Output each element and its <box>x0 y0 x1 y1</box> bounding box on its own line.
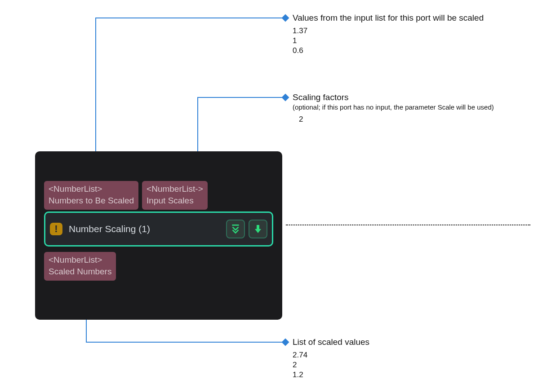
annotation-title: List of scaled values <box>293 337 369 348</box>
port-name-label: Input Scales <box>147 195 203 207</box>
value-item: 2.74 <box>293 350 369 360</box>
annotation-values: 2.74 2 1.2 <box>293 350 369 380</box>
value-item: 2 <box>299 115 494 124</box>
annotation-input-values: Values from the input list for this port… <box>293 13 484 56</box>
divider-dotted <box>286 225 530 225</box>
node-body[interactable]: ! Number Scaling (1) <box>44 211 273 247</box>
annotation-scaling-factors: Scaling factors (optional; if this port … <box>293 92 494 124</box>
annotation-subtitle: (optional; if this port has no input, th… <box>293 103 494 112</box>
value-item: 1 <box>293 36 484 46</box>
value-item: 1.2 <box>293 370 369 380</box>
svg-rect-1 <box>257 225 259 229</box>
input-ports-row: <NumberList> Numbers to Be Scaled <Numbe… <box>44 181 208 210</box>
output-port-scaled-numbers[interactable]: <NumberList> Scaled Numbers <box>44 252 116 281</box>
annotation-title: Values from the input list for this port… <box>293 13 484 23</box>
warning-icon: ! <box>50 223 62 235</box>
port-type-label: <NumberList> <box>49 183 134 195</box>
port-type-label: <NumberList> <box>49 254 111 266</box>
port-name-label: Scaled Numbers <box>49 266 111 277</box>
annotation-title: Scaling factors <box>293 92 494 103</box>
annotation-output-values: List of scaled values 2.74 2 1.2 <box>293 337 369 380</box>
connector-diamond <box>282 14 289 22</box>
number-scaling-node[interactable]: <NumberList> Numbers to Be Scaled <Numbe… <box>35 151 282 320</box>
input-port-input-scales[interactable]: <NumberList-> Input Scales <box>142 181 208 210</box>
annotation-values: 2 <box>293 115 494 124</box>
queue-execute-button[interactable] <box>226 220 245 238</box>
output-ports-row: <NumberList> Scaled Numbers <box>44 252 116 281</box>
value-item: 1.37 <box>293 26 484 36</box>
connector-diamond <box>282 94 289 101</box>
node-title: Number Scaling (1) <box>69 224 222 234</box>
diagram-canvas: <NumberList> Numbers to Be Scaled <Numbe… <box>0 0 560 392</box>
port-name-label: Numbers to Be Scaled <box>49 195 134 207</box>
annotation-values: 1.37 1 0.6 <box>293 26 484 56</box>
value-item: 0.6 <box>293 46 484 56</box>
execute-button[interactable] <box>249 220 267 238</box>
value-item: 2 <box>293 360 369 370</box>
connector-diamond <box>282 339 289 346</box>
input-port-numbers-to-be-scaled[interactable]: <NumberList> Numbers to Be Scaled <box>44 181 138 210</box>
port-type-label: <NumberList-> <box>147 183 203 195</box>
